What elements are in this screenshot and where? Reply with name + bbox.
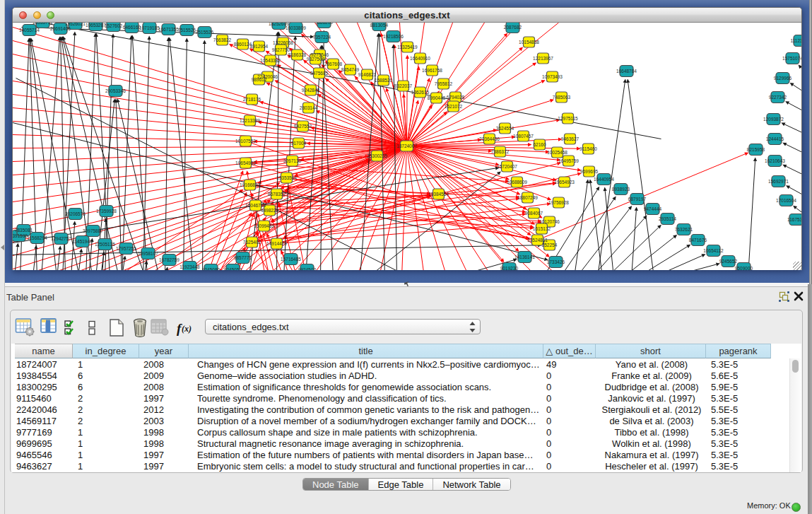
svg-text:7515526: 7515526 <box>196 30 214 35</box>
svg-text:7515526: 7515526 <box>178 28 196 33</box>
svg-text:16648784: 16648784 <box>616 69 637 74</box>
svg-text:3624554: 3624554 <box>496 126 514 131</box>
svg-text:19654923: 19654923 <box>554 180 575 185</box>
svg-text:8471676: 8471676 <box>689 238 707 243</box>
svg-text:9146821: 9146821 <box>358 72 377 77</box>
svg-text:9857771: 9857771 <box>234 255 252 260</box>
svg-text:8813054: 8813054 <box>370 23 389 28</box>
svg-text:15716485: 15716485 <box>281 257 301 262</box>
svg-text:10107553: 10107553 <box>235 139 256 144</box>
svg-text:10154838: 10154838 <box>519 40 539 45</box>
svg-text:19654983: 19654983 <box>235 160 256 165</box>
svg-text:(x): (x) <box>182 324 192 334</box>
svg-text:6466160: 6466160 <box>123 25 141 30</box>
svg-text:7386372: 7386372 <box>491 149 510 154</box>
svg-text:16961758: 16961758 <box>422 68 442 73</box>
svg-text:6794028: 6794028 <box>447 95 465 100</box>
svg-text:8454749: 8454749 <box>341 67 360 72</box>
svg-text:9827750: 9827750 <box>272 47 290 52</box>
svg-text:4498222: 4498222 <box>261 208 279 213</box>
svg-text:16782759: 16782759 <box>159 257 180 262</box>
svg-text:19218506: 19218506 <box>383 34 404 39</box>
svg-text:8186328: 8186328 <box>288 52 307 57</box>
svg-text:7835081: 7835081 <box>15 228 33 233</box>
svg-text:16640910: 16640910 <box>410 56 430 61</box>
svg-text:9245052: 9245052 <box>224 267 242 270</box>
svg-text:2935114: 2935114 <box>659 216 676 221</box>
svg-text:1167533: 1167533 <box>787 217 801 222</box>
svg-text:9019230: 9019230 <box>500 266 519 270</box>
svg-text:12942757: 12942757 <box>51 236 71 241</box>
svg-text:12505135: 12505135 <box>95 242 115 247</box>
svg-text:8990448: 8990448 <box>428 95 446 100</box>
svg-text:8678352: 8678352 <box>268 192 286 197</box>
svg-text:25300235: 25300235 <box>367 153 387 158</box>
svg-text:30975887: 30975887 <box>83 228 103 233</box>
svg-text:19384554: 19384554 <box>428 192 449 197</box>
svg-text:13226058: 13226058 <box>273 40 293 45</box>
svg-text:20053346: 20053346 <box>105 88 126 93</box>
svg-text:20206576: 20206576 <box>65 211 86 216</box>
svg-text:14136141: 14136141 <box>514 255 535 259</box>
svg-text:1588520: 1588520 <box>375 78 393 83</box>
svg-text:10653287: 10653287 <box>86 23 106 28</box>
svg-text:1244415: 1244415 <box>766 136 784 141</box>
svg-text:11568294: 11568294 <box>27 235 47 240</box>
svg-text:9886200: 9886200 <box>315 23 334 25</box>
svg-text:9509000: 9509000 <box>735 266 753 270</box>
svg-text:10958107: 10958107 <box>138 251 158 256</box>
svg-text:16495759: 16495759 <box>558 158 579 163</box>
svg-text:1362615: 1362615 <box>411 90 430 95</box>
svg-text:1615132: 1615132 <box>533 226 551 231</box>
svg-text:17957255: 17957255 <box>116 246 136 251</box>
svg-text:10973493: 10973493 <box>542 74 563 79</box>
svg-text:19353594: 19353594 <box>276 175 297 180</box>
svg-text:17016504: 17016504 <box>776 198 796 203</box>
svg-text:9227342: 9227342 <box>769 95 787 100</box>
svg-text:7391590: 7391590 <box>13 233 28 238</box>
svg-text:12093872: 12093872 <box>763 117 784 122</box>
svg-text:13524861: 13524861 <box>527 238 548 243</box>
svg-text:1621072: 1621072 <box>445 104 463 109</box>
svg-text:6879197: 6879197 <box>628 197 647 201</box>
svg-text:10543382: 10543382 <box>260 58 281 63</box>
svg-text:8860124: 8860124 <box>234 42 252 47</box>
svg-text:19166827: 19166827 <box>240 182 260 187</box>
svg-text:989612: 989612 <box>252 77 267 82</box>
svg-text:9245652: 9245652 <box>719 259 738 264</box>
svg-text:917004: 917004 <box>291 141 307 146</box>
svg-text:10688609: 10688609 <box>507 180 527 185</box>
svg-text:20691406: 20691406 <box>50 26 71 31</box>
svg-text:3267130: 3267130 <box>283 158 302 163</box>
svg-text:8322037: 8322037 <box>394 83 413 88</box>
svg-text:2718176: 2718176 <box>243 97 261 102</box>
svg-text:8938923: 8938923 <box>612 187 630 192</box>
svg-text:9463627: 9463627 <box>561 136 579 141</box>
svg-text:9327508: 9327508 <box>307 57 325 62</box>
svg-text:2803144: 2803144 <box>300 105 318 110</box>
svg-text:10025458: 10025458 <box>547 150 567 155</box>
svg-text:8427552: 8427552 <box>294 124 312 129</box>
svg-text:8215958: 8215958 <box>747 147 765 152</box>
svg-text:7663822: 7663822 <box>213 37 232 42</box>
svg-text:19526021: 19526021 <box>65 23 86 26</box>
svg-text:7632621: 7632621 <box>675 227 693 232</box>
svg-text:12213389: 12213389 <box>240 118 260 123</box>
svg-text:252254: 252254 <box>542 243 558 247</box>
svg-text:12975115: 12975115 <box>558 116 578 121</box>
svg-text:15099489: 15099489 <box>254 223 274 228</box>
svg-text:12213967: 12213967 <box>533 56 553 61</box>
svg-text:18807249: 18807249 <box>517 195 538 200</box>
svg-text:16355712: 16355712 <box>33 23 53 25</box>
svg-text:16033809: 16033809 <box>286 25 306 30</box>
svg-text:1733426: 1733426 <box>547 259 565 264</box>
svg-text:10654112: 10654112 <box>703 248 724 253</box>
svg-text:62160: 62160 <box>533 142 546 147</box>
svg-text:11123045: 11123045 <box>791 38 801 43</box>
svg-text:15751074: 15751074 <box>782 56 801 61</box>
svg-text:15720407: 15720407 <box>497 164 517 169</box>
svg-text:1527602: 1527602 <box>105 23 123 28</box>
svg-text:14055714: 14055714 <box>19 28 40 33</box>
svg-text:7357224: 7357224 <box>313 35 331 40</box>
svg-text:9924502: 9924502 <box>298 267 317 270</box>
